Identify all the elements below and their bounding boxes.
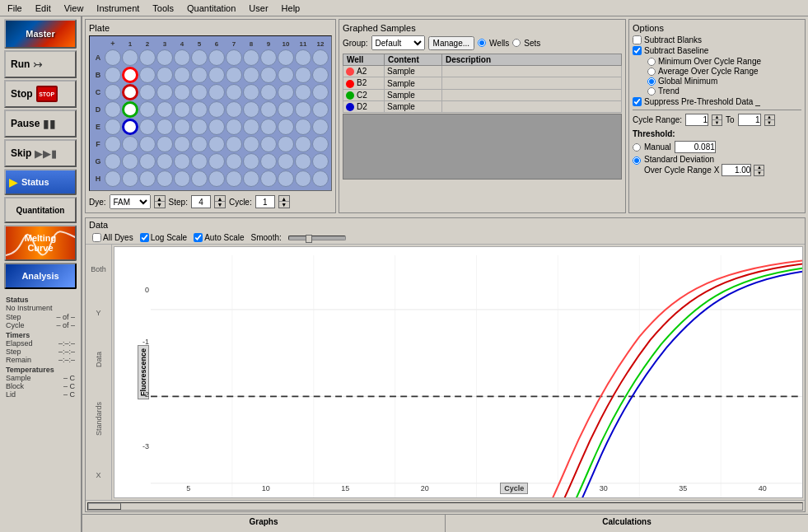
subtract-baseline-checkbox[interactable]: [633, 46, 642, 55]
well-A4[interactable]: [174, 49, 190, 66]
well-G3[interactable]: [156, 153, 173, 170]
table-row[interactable]: C2Sample: [343, 89, 622, 100]
well-A11[interactable]: [295, 49, 311, 66]
master-button[interactable]: Master: [4, 19, 77, 49]
run-button[interactable]: Run ↣: [4, 50, 77, 78]
well-F10[interactable]: [278, 136, 294, 152]
well-B0[interactable]: [105, 67, 121, 83]
step-down-arrow[interactable]: ▼: [215, 202, 225, 208]
well-A3[interactable]: [156, 49, 173, 66]
well-B12[interactable]: [312, 67, 329, 83]
well-A12[interactable]: [312, 49, 329, 66]
table-row[interactable]: A2Sample: [343, 66, 622, 77]
avg-cycle-radio[interactable]: [647, 68, 656, 76]
dye-select[interactable]: FAM: [110, 194, 151, 209]
well-D11[interactable]: [295, 101, 311, 118]
well-H4[interactable]: [174, 170, 190, 187]
well-F1[interactable]: [122, 136, 138, 152]
analysis-button[interactable]: Analysis: [4, 263, 77, 289]
well-A8[interactable]: [243, 49, 259, 66]
well-G2[interactable]: [139, 153, 156, 170]
menu-instrument[interactable]: Instrument: [94, 2, 142, 14]
well-G8[interactable]: [243, 153, 259, 170]
well-A7[interactable]: [226, 49, 242, 66]
cycle-up-arrow[interactable]: ▲: [279, 196, 289, 202]
well-D0[interactable]: [105, 101, 121, 118]
well-D4[interactable]: [174, 101, 190, 118]
well-F7[interactable]: [226, 136, 242, 152]
well-B8[interactable]: [243, 67, 259, 83]
well-E10[interactable]: [278, 119, 294, 135]
menu-file[interactable]: File: [5, 2, 25, 14]
well-C6[interactable]: [208, 84, 225, 100]
skip-button[interactable]: Skip ▶▶▮: [4, 139, 77, 167]
well-F11[interactable]: [295, 136, 311, 152]
well-G10[interactable]: [278, 153, 294, 170]
well-H5[interactable]: [191, 170, 208, 187]
auto-scale-checkbox[interactable]: [194, 233, 203, 242]
std-dev-radio[interactable]: [633, 156, 641, 165]
well-G11[interactable]: [295, 153, 311, 170]
menu-tools[interactable]: Tools: [150, 2, 176, 14]
std-dev-down[interactable]: ▼: [754, 170, 764, 175]
graphs-tab[interactable]: Graphs: [82, 515, 446, 532]
wells-radio[interactable]: [478, 39, 486, 47]
cycle-from-down[interactable]: ▼: [712, 120, 722, 125]
status-button[interactable]: ▶ Status: [4, 169, 77, 195]
well-F6[interactable]: [208, 136, 225, 152]
well-D6[interactable]: [208, 101, 225, 118]
well-C11[interactable]: [295, 84, 311, 100]
dye-up-arrow[interactable]: ▲: [155, 196, 165, 202]
table-row[interactable]: D2Sample: [343, 101, 622, 113]
well-G5[interactable]: [191, 153, 208, 170]
trend-radio[interactable]: [647, 87, 656, 96]
well-D8[interactable]: [243, 101, 259, 118]
cycle-down-arrow[interactable]: ▼: [279, 202, 289, 208]
well-E8[interactable]: [243, 119, 259, 135]
well-F3[interactable]: [156, 136, 173, 152]
quantitation-button[interactable]: Quantitation: [4, 197, 77, 223]
well-D9[interactable]: [260, 101, 277, 118]
group-select[interactable]: Default: [371, 35, 425, 50]
well-F8[interactable]: [243, 136, 259, 152]
standards-label[interactable]: Standards: [95, 402, 103, 436]
well-E6[interactable]: [208, 119, 225, 135]
well-B11[interactable]: [295, 67, 311, 83]
well-F4[interactable]: [174, 136, 190, 152]
stop-button[interactable]: Stop STOP: [4, 80, 77, 108]
data-label-left[interactable]: Data: [95, 352, 103, 367]
well-E5[interactable]: [191, 119, 208, 135]
well-H8[interactable]: [243, 170, 259, 187]
well-A6[interactable]: [208, 49, 225, 66]
well-H9[interactable]: [260, 170, 277, 187]
well-E0[interactable]: [105, 119, 121, 135]
menu-view[interactable]: View: [62, 2, 86, 14]
well-B3[interactable]: [156, 67, 173, 83]
well-C0[interactable]: [105, 84, 121, 100]
well-D2[interactable]: [139, 101, 156, 118]
well-G6[interactable]: [208, 153, 225, 170]
menu-help[interactable]: Help: [279, 2, 303, 14]
std-dev-value-input[interactable]: [722, 164, 751, 176]
pause-button[interactable]: Pause ▮▮: [4, 110, 77, 138]
well-C4[interactable]: [174, 84, 190, 100]
well-H6[interactable]: [208, 170, 225, 187]
well-E3[interactable]: [156, 119, 173, 135]
min-cycle-radio[interactable]: [647, 58, 656, 66]
well-C7[interactable]: [226, 84, 242, 100]
well-B7[interactable]: [226, 67, 242, 83]
well-E7[interactable]: [226, 119, 242, 135]
well-C12[interactable]: [312, 84, 329, 100]
plus-header[interactable]: +: [105, 39, 121, 49]
well-F5[interactable]: [191, 136, 208, 152]
well-C8[interactable]: [243, 84, 259, 100]
menu-quantitation[interactable]: Quantitation: [184, 2, 238, 14]
well-E11[interactable]: [295, 119, 311, 135]
well-H10[interactable]: [278, 170, 294, 187]
well-A2[interactable]: [139, 49, 156, 66]
well-D7[interactable]: [226, 101, 242, 118]
well-H0[interactable]: [105, 170, 121, 187]
well-F12[interactable]: [312, 136, 329, 152]
well-H1[interactable]: [122, 170, 138, 187]
melting-curve-button[interactable]: Melting Curve: [4, 225, 77, 261]
